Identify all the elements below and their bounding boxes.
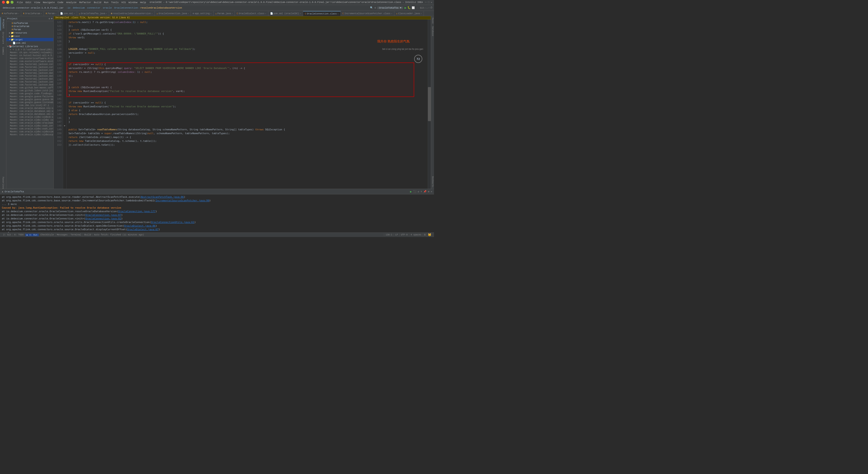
link-oracleconn-177[interactable]: OracleConnection.java:177 bbox=[118, 210, 156, 213]
tab-pomxml[interactable]: 📄 pom.xml ✕ bbox=[58, 11, 77, 16]
breadcrumb-method[interactable]: resolveOracleDatabaseVersion bbox=[141, 6, 182, 9]
menu-build[interactable]: Build bbox=[92, 1, 102, 4]
oracletokafka-dropdown[interactable]: OracleToKafka ▼ bbox=[377, 6, 403, 9]
tree-xmlparser[interactable]: Maven: com.oracle.database.xml:xmlparser… bbox=[6, 113, 53, 116]
project-icon[interactable]: Project bbox=[0, 17, 6, 31]
tab-appsetting[interactable]: ⚙ app.setting ✕ bbox=[191, 11, 213, 16]
link-oracleconnutils[interactable]: OracleConnectionUtils.java:61 bbox=[151, 221, 194, 224]
tree-jackson-dt-jsr310[interactable]: Maven: com.fasterxml.jackson.datatype:ja… bbox=[6, 75, 53, 78]
tab-oracleparam-close[interactable]: ✕ bbox=[40, 12, 42, 15]
statusbar-run-tab[interactable]: ▶ 4: Run bbox=[25, 234, 39, 236]
debug-btn[interactable]: 🐛 bbox=[407, 6, 411, 9]
menu-help[interactable]: Help bbox=[139, 1, 147, 4]
tab-classloader-close[interactable]: ✕ bbox=[421, 12, 422, 15]
tree-listenablefuture[interactable]: Maven: com.google.guava:listenablefuture… bbox=[6, 101, 53, 104]
tab-incremental[interactable]: C IncrementalSourceScanFetcher.class ✕ bbox=[341, 11, 394, 16]
tree-caffeine[interactable]: Maven: com.github.ben-manes.caffeine:caf… bbox=[6, 86, 53, 89]
tab-oracletokafka-close[interactable]: ✕ bbox=[106, 12, 107, 15]
stop-btn[interactable]: ⬜ bbox=[412, 6, 415, 9]
statusbar-git[interactable]: 2: Git bbox=[2, 234, 13, 236]
toolbar-settings[interactable]: ⚙ bbox=[374, 6, 376, 9]
tree-guava[interactable]: Maven: com.google.guava:guava:30.1.1-jre bbox=[6, 98, 53, 101]
tree-target[interactable]: ▼ 📁 target bbox=[6, 38, 53, 41]
tree-param[interactable]: K Param bbox=[6, 28, 53, 31]
tab-oracleparam[interactable]: K OracleParam ✕ bbox=[21, 11, 44, 16]
breadcrumb-oracle[interactable]: oracle bbox=[103, 6, 112, 9]
tree-zstd[interactable]: Maven: com.github.luben:zstd-jni:1.5.2-1 bbox=[6, 89, 53, 92]
menu-view[interactable]: View bbox=[33, 1, 41, 4]
link-oracleconn-82[interactable]: OracleConnection.java:82 bbox=[85, 217, 121, 220]
favorites-icon[interactable]: Favorites bbox=[0, 177, 6, 189]
statusbar-indent[interactable]: 4 spaces bbox=[409, 234, 423, 236]
database-icon[interactable]: Database bbox=[431, 26, 434, 37]
tab-appsetting-close[interactable]: ✕ bbox=[210, 12, 211, 15]
statusbar-messages[interactable]: Messages bbox=[56, 234, 69, 236]
tree-ojdbc8[interactable]: Maven: com.oracle.ojdbc:ojdbc8:19.3.0.0 bbox=[6, 116, 53, 119]
menu-analyze[interactable]: Analyze bbox=[65, 1, 78, 4]
link-incremental[interactable]: IncrementalSourceScanFetcher.java:99 bbox=[155, 199, 209, 202]
run-restart[interactable]: ↺ bbox=[418, 190, 420, 193]
project-chevron[interactable]: ▼ bbox=[51, 18, 53, 20]
restore-btn[interactable]: □ bbox=[428, 1, 430, 4]
tree-jackson-ann[interactable]: Maven: com.fasterxml.jackson.core:jackso… bbox=[6, 63, 53, 66]
tree-minlog[interactable]: Maven: com.esotericsoftware.minlog:minlo… bbox=[6, 60, 53, 63]
statusbar-todo[interactable]: 6: TODO bbox=[13, 234, 25, 236]
menu-refactor[interactable]: Refactor bbox=[78, 1, 93, 4]
git-icon[interactable]: Git: bbox=[420, 6, 426, 9]
statusbar-lf[interactable]: LF bbox=[394, 234, 399, 236]
breadcrumb-connector[interactable]: connector bbox=[87, 6, 100, 9]
tab-oracledialect[interactable]: C OracleDialect.class ✕ bbox=[235, 11, 268, 16]
vcs-history[interactable]: ⏱ bbox=[430, 6, 433, 9]
run-rerun[interactable]: ▶ bbox=[410, 190, 412, 194]
run-stop[interactable]: ⬛ bbox=[413, 190, 416, 193]
link-abstractscan[interactable]: AbstractScanFetchTask.java:86 bbox=[141, 196, 184, 199]
tree-test[interactable]: ▶ 📁 test bbox=[6, 34, 53, 38]
tree-failureaccess[interactable]: Maven: com.google.guava:failureaccess:1.… bbox=[6, 95, 53, 98]
tree-jackson-databind[interactable]: Maven: com.fasterxml.jackson.core:jackso… bbox=[6, 69, 53, 72]
menu-run[interactable]: Run bbox=[102, 1, 110, 4]
tree-jackson-module[interactable]: Maven: com.fasterxml.jackson.module:jack… bbox=[6, 83, 53, 86]
bookmarks-icon[interactable]: Bookmarks bbox=[431, 175, 434, 188]
tree-jdk[interactable]: ▸ < 1.8 > D:\software\Java\jdk1.8.0_261 bbox=[6, 48, 53, 51]
editor-scrollbar[interactable] bbox=[428, 20, 431, 189]
code-content[interactable]: 我共你 熟愈陌生的气氛 bei ci an zong ying tai yvn … bbox=[67, 20, 428, 189]
structure-icon[interactable]: Structure bbox=[0, 32, 6, 44]
run-pin[interactable]: 📌 bbox=[424, 190, 427, 193]
tab-pomxml-close[interactable]: ✕ bbox=[74, 12, 75, 15]
menu-vcs[interactable]: VCS bbox=[120, 1, 127, 4]
tree-hutool[interactable]: Maven: cn.hutool:hutool-all:4.5.9 bbox=[6, 54, 53, 57]
toolbar-search[interactable]: 🔍 bbox=[370, 6, 373, 9]
breadcrumb-debezium[interactable]: debezium bbox=[73, 6, 85, 9]
tab-resolve-close[interactable]: ✕ bbox=[151, 12, 153, 15]
tree-jackson-dt-jdk8[interactable]: Maven: com.fasterxml.jackson.datatype:ja… bbox=[6, 72, 53, 75]
vcs-push[interactable]: ↑ bbox=[428, 6, 430, 9]
minimize-btn[interactable]: ─ bbox=[425, 1, 427, 4]
code-editor[interactable]: 1211221231241251261271281291301311321331… bbox=[54, 20, 431, 189]
tree-ojdbcucp[interactable]: Maven: com.oracle.ojdbc:ojdbcucp:19.3.0.… bbox=[6, 133, 53, 136]
tree-simplfan[interactable]: Maven: com.oracle.ojdbc:ojdbcsimplfan:19… bbox=[6, 130, 53, 133]
menu-window[interactable]: Window bbox=[127, 1, 139, 4]
tree-kafkaparam[interactable]: K KafkaParam bbox=[6, 22, 53, 25]
tree-jsr305[interactable]: Maven: com.google.code.findbugs:jsr305:1… bbox=[6, 92, 53, 95]
link-oracledialect-86[interactable]: OracleDialect.java:86 bbox=[124, 225, 155, 227]
tab-oracleconn-class[interactable]: C OracleConnection.class ✕ bbox=[303, 11, 340, 16]
menu-navigate[interactable]: Navigate bbox=[41, 1, 56, 4]
tab-oracledialect-close[interactable]: ✕ bbox=[265, 12, 266, 15]
menu-file[interactable]: File bbox=[16, 1, 24, 4]
tree-icu4j[interactable]: Maven: com.ibm.icu:icu4j:67.1 bbox=[6, 104, 53, 107]
menu-code[interactable]: Code bbox=[56, 1, 65, 4]
run-up-arrow[interactable]: ▲ bbox=[2, 190, 3, 193]
tab-oracleconn-class-close[interactable]: ✕ bbox=[337, 12, 338, 15]
tab-resolve[interactable]: m resolveOracleDatabaseVersion ✕ bbox=[109, 11, 155, 16]
tab-oracletokafka[interactable]: ☕ OracleToKafka.java ✕ bbox=[77, 11, 109, 16]
tab-pomxml-cdc-close[interactable]: ✕ bbox=[300, 12, 301, 15]
tab-param-close[interactable]: ✕ bbox=[55, 12, 56, 15]
tree-pomxml[interactable]: 📄 pom.xml bbox=[6, 41, 53, 45]
breadcrumb-oracleconn[interactable]: OracleConnection bbox=[114, 6, 138, 9]
tree-jackson-jaxrs[interactable]: Maven: com.fasterxml.jackson.jaxrs:jacks… bbox=[6, 81, 53, 83]
tree-jackson-core[interactable]: Maven: com.fasterxml.jackson.core:jackso… bbox=[6, 66, 53, 69]
tab-classloader[interactable]: ☕ ClassLoader.java ✕ bbox=[394, 11, 424, 16]
link-oracledialect-67[interactable]: OracleDialect.java:67 bbox=[127, 228, 158, 231]
tree-extlibs[interactable]: ▼ 📚 External Libraries bbox=[6, 45, 53, 48]
menu-tools[interactable]: Tools bbox=[110, 1, 120, 4]
